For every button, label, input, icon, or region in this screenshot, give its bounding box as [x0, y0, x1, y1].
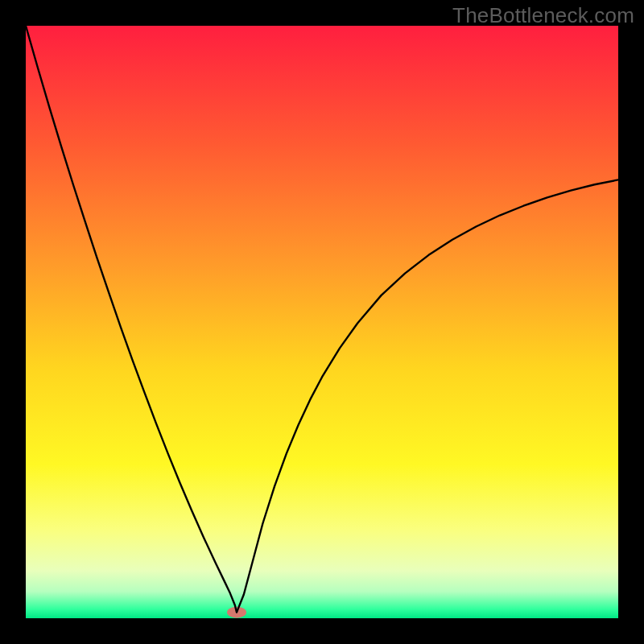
chart-frame: TheBottleneck.com — [0, 0, 644, 644]
plot-background — [26, 26, 618, 618]
watermark-text: TheBottleneck.com — [452, 3, 634, 28]
chart-svg — [26, 26, 618, 618]
plot-area — [26, 26, 618, 618]
